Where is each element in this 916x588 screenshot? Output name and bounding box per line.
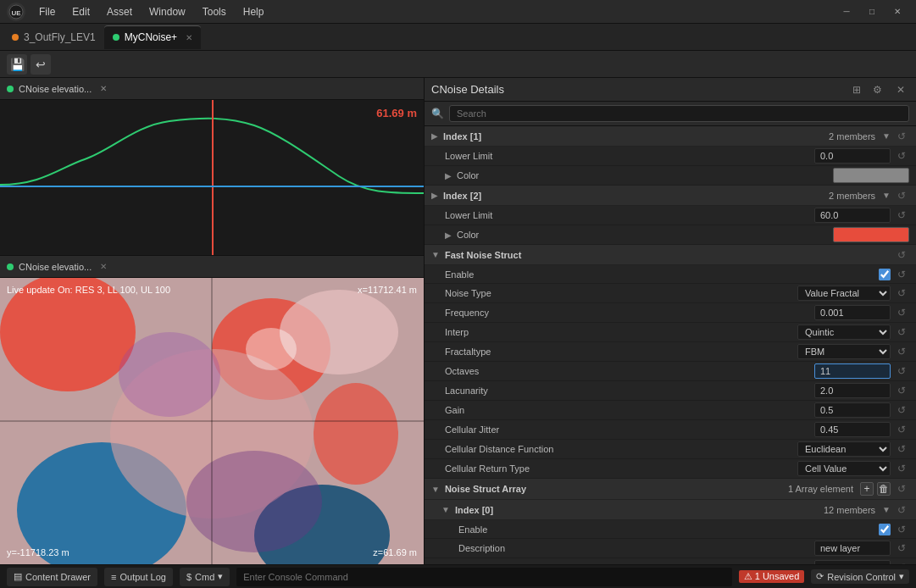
- fn-enable-checkbox[interactable]: [879, 269, 891, 280]
- arr-enable-checkbox[interactable]: [879, 524, 891, 535]
- prop-lacunarity: Lacunarity ↺: [425, 381, 916, 401]
- content-drawer-btn[interactable]: ▤ Content Drawer: [7, 568, 97, 586]
- chart-close-btn[interactable]: ✕: [100, 84, 107, 93]
- main-content: CNoise elevatio... ✕ 61.69 m CNoise elev…: [0, 78, 916, 564]
- content-drawer-icon: ▤: [14, 571, 22, 582]
- lower-limit-1-input[interactable]: [814, 148, 891, 164]
- frequency-reset[interactable]: ↺: [894, 307, 909, 319]
- color-1-value: [833, 168, 909, 183]
- map-header: CNoise elevatio... ✕: [0, 256, 424, 278]
- svg-point-11: [186, 451, 322, 552]
- revision-control-btn[interactable]: ⟳ Revision Control ▾: [811, 569, 909, 584]
- toolbar-save-btn[interactable]: 💾: [7, 54, 27, 75]
- lacunarity-reset[interactable]: ↺: [894, 385, 909, 397]
- fractaltype-select[interactable]: FBM: [797, 344, 891, 359]
- section-index1[interactable]: ▶ Index [1] 2 members ▼ ↺: [425, 126, 916, 147]
- section-fast-noise-reset[interactable]: ↺: [894, 249, 909, 261]
- unsaved-badge[interactable]: ⚠ 1 Unsaved: [739, 570, 805, 583]
- array-add-btn[interactable]: +: [860, 482, 874, 496]
- prop-lower-limit-1: Lower Limit ↺: [425, 147, 916, 166]
- map-area[interactable]: Live update On: RES 3, LL 100, UL 100 x=…: [0, 278, 424, 564]
- search-input[interactable]: [449, 105, 909, 122]
- interp-reset[interactable]: ↺: [894, 326, 909, 338]
- search-icon: 🔍: [431, 108, 444, 119]
- cellular-return-label: Cellular Return Type: [445, 463, 797, 474]
- fn-enable-reset[interactable]: ↺: [894, 269, 909, 280]
- menu-file[interactable]: File: [32, 4, 62, 19]
- color-2-label: Color: [457, 230, 833, 240]
- lower-limit-1-reset[interactable]: ↺: [894, 150, 909, 162]
- output-log-btn[interactable]: ≡ Output Log: [104, 568, 173, 586]
- revision-chevron: ▾: [899, 571, 904, 582]
- section-array-index0-title: Index [0]: [455, 505, 824, 515]
- chart-dot: [7, 86, 14, 92]
- arr-strength-reset[interactable]: ↺: [894, 562, 909, 564]
- cellular-dist-select[interactable]: Euclidean: [797, 441, 891, 457]
- arr-strength-input[interactable]: [814, 560, 891, 564]
- maximize-button[interactable]: □: [860, 3, 884, 20]
- frequency-input[interactable]: [814, 305, 891, 320]
- color-1-swatch[interactable]: [833, 168, 909, 183]
- section-array-index0[interactable]: ▼ Index [0] 12 members ▼ ↺: [425, 500, 916, 520]
- octaves-reset[interactable]: ↺: [894, 365, 909, 377]
- cmd-btn[interactable]: $ Cmd ▾: [180, 568, 230, 586]
- menu-edit[interactable]: Edit: [65, 4, 97, 19]
- noise-array-reset[interactable]: ↺: [894, 483, 909, 495]
- details-close-btn[interactable]: ✕: [892, 81, 909, 98]
- arr-enable-reset[interactable]: ↺: [894, 524, 909, 535]
- color-2-swatch[interactable]: [833, 227, 909, 242]
- section-fast-noise[interactable]: ▼ Fast Noise Struct ↺: [425, 245, 916, 265]
- gain-input[interactable]: [814, 402, 891, 418]
- section-noise-array[interactable]: ▼ Noise Struct Array 1 Array element + 🗑…: [425, 479, 916, 500]
- lacunarity-input[interactable]: [814, 383, 891, 398]
- section-index2-reset[interactable]: ↺: [894, 190, 909, 202]
- cellular-return-select[interactable]: Cell Value: [797, 461, 891, 476]
- svg-point-10: [119, 332, 220, 417]
- section-index1-reset[interactable]: ↺: [894, 130, 909, 142]
- tab-noise-close[interactable]: ✕: [186, 33, 192, 42]
- menu-tools[interactable]: Tools: [196, 4, 233, 19]
- toolbar-history-btn[interactable]: ↩: [31, 54, 51, 75]
- array-index0-reset[interactable]: ↺: [894, 504, 909, 516]
- console-input[interactable]: [236, 568, 731, 586]
- close-button[interactable]: ✕: [885, 3, 909, 20]
- array-remove-btn[interactable]: 🗑: [877, 482, 891, 496]
- interp-select[interactable]: Quintic: [797, 325, 891, 340]
- menu-window[interactable]: Window: [142, 4, 192, 19]
- map-close-btn[interactable]: ✕: [100, 262, 107, 271]
- cellular-return-reset[interactable]: ↺: [894, 463, 909, 474]
- window-controls: ─ □ ✕: [835, 3, 909, 20]
- prop-gain: Gain ↺: [425, 401, 916, 420]
- gain-reset[interactable]: ↺: [894, 404, 909, 416]
- chart-panel: CNoise elevatio... ✕ 61.69 m: [0, 78, 424, 256]
- grid-icon-btn[interactable]: ⊞: [848, 81, 865, 98]
- menu-help[interactable]: Help: [236, 4, 271, 19]
- fn-enable-value: [879, 269, 891, 280]
- fractaltype-reset[interactable]: ↺: [894, 346, 909, 358]
- gear-icon-btn[interactable]: ⚙: [869, 81, 885, 98]
- prop-color-1: ▶ Color: [425, 166, 916, 186]
- unsaved-label: 1 Unsaved: [755, 571, 800, 581]
- map-canvas-svg: [0, 278, 424, 564]
- octaves-input[interactable]: [814, 363, 891, 379]
- menu-asset[interactable]: Asset: [100, 4, 139, 19]
- fractaltype-value: FBM: [797, 344, 891, 359]
- arr-desc-input[interactable]: [814, 541, 891, 556]
- lower-limit-2-reset[interactable]: ↺: [894, 209, 909, 221]
- section-index2[interactable]: ▶ Index [2] 2 members ▼ ↺: [425, 186, 916, 206]
- noise-type-select[interactable]: Value Fractal: [797, 286, 891, 301]
- cellular-jitter-reset[interactable]: ↺: [894, 424, 909, 435]
- output-log-icon: ≡: [111, 572, 116, 582]
- arr-desc-reset[interactable]: ↺: [894, 542, 909, 554]
- minimize-button[interactable]: ─: [835, 3, 858, 20]
- lower-limit-2-value: [814, 208, 891, 223]
- cellular-jitter-input[interactable]: [814, 422, 891, 437]
- output-log-label: Output Log: [119, 572, 165, 582]
- lower-limit-2-input[interactable]: [814, 208, 891, 223]
- cellular-dist-reset[interactable]: ↺: [894, 443, 909, 455]
- noise-type-reset[interactable]: ↺: [894, 287, 909, 299]
- tab-noise[interactable]: MyCNoise+ ✕: [104, 25, 201, 49]
- prop-fn-enable: Enable ↺: [425, 265, 916, 284]
- tab-level[interactable]: 3_OutFly_LEV1: [3, 25, 104, 49]
- details-scroll[interactable]: ▶ Index [1] 2 members ▼ ↺ Lower Limit ↺ …: [425, 126, 916, 564]
